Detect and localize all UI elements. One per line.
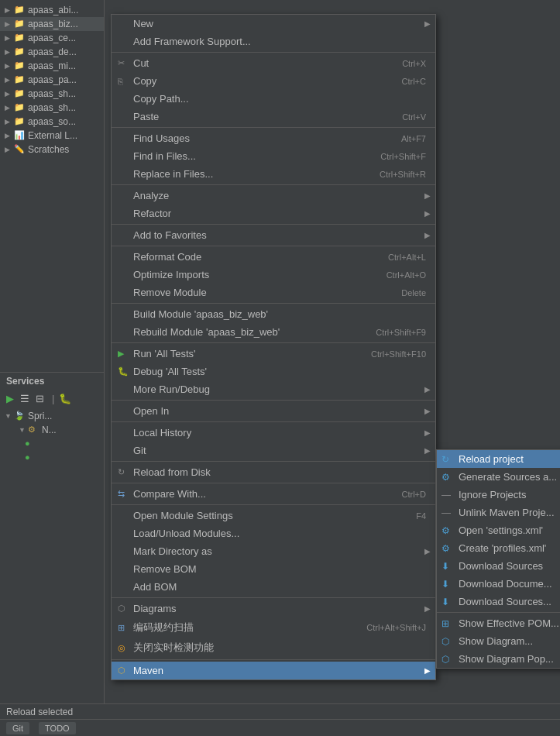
menu-item-remove-module[interactable]: Remove Module Delete [112, 284, 435, 301]
menu-item-mark-directory[interactable]: Mark Directory as ▶ [112, 542, 435, 560]
menu-item-open-in[interactable]: Open In ▶ [112, 402, 435, 420]
menu-label: Copy Path... [133, 93, 189, 105]
tree-item-apaas-biz[interactable]: ▶ 📁 apaas_biz... [0, 17, 104, 31]
submenu-item-download-documents[interactable]: ⬇ Download Docume... [437, 575, 560, 593]
tree-item-external-lib[interactable]: ▶ 📊 External L... [0, 129, 104, 143]
menu-item-load-unload-modules[interactable]: Load/Unload Modules... [112, 524, 435, 542]
menu-item-find-in-files[interactable]: Find in Files... Ctrl+Shift+F [112, 147, 435, 165]
debug-button[interactable]: 🐛 [57, 392, 73, 405]
menu-item-replace-in-files[interactable]: Replace in Files... Ctrl+Shift+R [112, 165, 435, 183]
submenu-item-ignore-projects[interactable]: — Ignore Projects [437, 486, 560, 504]
tree-arrow: ▼ [19, 426, 26, 434]
encode-icon: ⊞ [118, 623, 125, 633]
menu-divider [112, 597, 435, 598]
menu-label: More Run/Debug [133, 383, 210, 395]
menu-item-copy[interactable]: ⎘ Copy Ctrl+C [112, 72, 435, 90]
services-panel: Services ▶ ☰ ⊟ | 🐛 ▼ 🍃 Spri... ▼ ⚙ N... … [0, 372, 105, 466]
submenu-item-create-profiles-xml[interactable]: ⚙ Create 'profiles.xml' [437, 539, 560, 557]
tree-item-apaas-abi[interactable]: ▶ 📁 apaas_abi... [0, 3, 104, 17]
menu-divider [112, 659, 435, 660]
menu-item-reformat[interactable]: Reformat Code Ctrl+Alt+L [112, 248, 435, 266]
tree-item-apaas-de[interactable]: ▶ 📁 apaas_de... [0, 45, 104, 59]
tree-arrow: ▶ [5, 118, 12, 126]
submenu-item-show-diagram[interactable]: ⬡ Show Diagram... [437, 632, 560, 650]
menu-item-cut[interactable]: ✂ Cut Ctrl+X [112, 54, 435, 72]
menu-item-find-usages[interactable]: Find Usages Alt+F7 [112, 129, 435, 147]
menu-label: Find Usages [133, 132, 190, 144]
menu-item-add-bom[interactable]: Add BOM [112, 578, 435, 596]
menu-item-add-favorites[interactable]: Add to Favorites ▶ [112, 226, 435, 244]
shortcut-label: Ctrl+Alt+Shift+J [366, 623, 426, 632]
services-header: Services [0, 373, 104, 390]
green-dot-icon: ● [25, 439, 36, 449]
menu-item-new[interactable]: New ▶ [112, 15, 435, 33]
shortcut-label: Ctrl+D [402, 490, 426, 499]
submenu-item-reload-project[interactable]: ↻ Reload project [437, 450, 560, 468]
git-tab[interactable]: Git [6, 722, 29, 734]
menu-item-more-run[interactable]: More Run/Debug ▶ [112, 380, 435, 398]
service-item-green2[interactable]: ● [0, 451, 104, 465]
menu-item-analyze[interactable]: Analyze ▶ [112, 187, 435, 205]
menu-item-refactor[interactable]: Refactor ▶ [112, 205, 435, 222]
diagram-popup-icon: ⬡ [441, 654, 449, 665]
menu-item-debug-tests[interactable]: 🐛 Debug 'All Tests' [112, 363, 435, 380]
submenu-item-open-settings-xml[interactable]: ⚙ Open 'settings.xml' [437, 521, 560, 539]
submenu-item-show-diagram-popup[interactable]: ⬡ Show Diagram Pop... [437, 650, 560, 668]
submenu-arrow-icon: ▶ [424, 231, 431, 239]
menu-label: Add BOM [133, 581, 177, 593]
run-icon: ▶ [118, 349, 124, 359]
menu-item-run-tests[interactable]: ▶ Run 'All Tests' Ctrl+Shift+F10 [112, 345, 435, 363]
service-item-green1[interactable]: ● [0, 437, 104, 451]
submenu-arrow-icon: ▶ [424, 191, 431, 200]
menu-item-copy-path[interactable]: Copy Path... [112, 90, 435, 108]
tree-item-apaas-mi[interactable]: ▶ 📁 apaas_mi... [0, 59, 104, 73]
collapse-button[interactable]: ⊟ [34, 392, 46, 405]
maven-icon: ⬡ [118, 665, 125, 676]
menu-item-compare-with[interactable]: ⇆ Compare With... Ctrl+D [112, 485, 435, 503]
menu-item-remove-bom[interactable]: Remove BOM [112, 560, 435, 578]
menu-item-open-module-settings[interactable]: Open Module Settings F4 [112, 507, 435, 524]
tree-item-scratches[interactable]: ▶ ✏️ Scratches [0, 143, 104, 156]
menu-label: Replace in Files... [133, 168, 213, 180]
menu-item-realtime-scan[interactable]: ◎ 关闭实时检测功能 [112, 638, 435, 658]
submenu-item-generate-sources[interactable]: ⚙ Generate Sources a... [437, 468, 560, 486]
menu-label: 关闭实时检测功能 [133, 641, 214, 655]
menu-item-optimize-imports[interactable]: Optimize Imports Ctrl+Alt+O [112, 266, 435, 284]
menu-item-maven[interactable]: ⬡ Maven ▶ [112, 662, 435, 679]
menu-item-reload-from-disk[interactable]: ↻ Reload from Disk [112, 463, 435, 481]
menu-divider [112, 127, 435, 128]
tree-item-apaas-sh2[interactable]: ▶ 📁 apaas_sh... [0, 101, 104, 115]
submenu-item-download-sources[interactable]: ⬇ Download Sources [437, 557, 560, 575]
menu-item-add-framework[interactable]: Add Framework Support... [112, 33, 435, 50]
todo-tab[interactable]: TODO [39, 722, 76, 734]
menu-item-encode-scan[interactable]: ⊞ 编码规约扫描 Ctrl+Alt+Shift+J [112, 617, 435, 638]
project-tree: ▶ 📁 apaas_abi... ▶ 📁 apaas_biz... ▶ 📁 ap… [0, 0, 104, 160]
submenu-item-download-sources2[interactable]: ⬇ Download Sources... [437, 593, 560, 610]
menu-item-rebuild-module[interactable]: Rebuild Module 'apaas_biz_web' Ctrl+Shif… [112, 323, 435, 341]
menu-item-local-history[interactable]: Local History ▶ [112, 424, 435, 442]
submenu-label: Show Diagram... [459, 635, 533, 647]
run-button[interactable]: ▶ [5, 392, 15, 405]
menu-label: Git [133, 445, 146, 456]
menu-item-diagrams[interactable]: ⬡ Diagrams ▶ [112, 600, 435, 617]
submenu-label: Show Effective POM... [459, 617, 559, 629]
tree-item-apaas-so[interactable]: ▶ 📁 apaas_so... [0, 115, 104, 129]
tree-item-apaas-sh1[interactable]: ▶ 📁 apaas_sh... [0, 87, 104, 101]
service-item-n[interactable]: ▼ ⚙ N... [0, 423, 104, 437]
submenu-item-unlink-maven[interactable]: — Unlink Maven Proje... [437, 504, 560, 521]
menu-item-build-module[interactable]: Build Module 'apaas_biz_web' [112, 305, 435, 323]
shortcut-label: Alt+F7 [401, 134, 426, 143]
tree-item-apaas-pa[interactable]: ▶ 📁 apaas_pa... [0, 73, 104, 87]
submenu-item-effective-pom[interactable]: ⊞ Show Effective POM... [437, 614, 560, 632]
status-bar: Git TODO [0, 719, 560, 736]
tree-label: Scratches [28, 144, 69, 155]
tree-item-apaas-ce[interactable]: ▶ 📁 apaas_ce... [0, 31, 104, 45]
tree-arrow: ▶ [5, 48, 12, 56]
menu-label: Remove Module [133, 287, 207, 298]
list-button[interactable]: ☰ [19, 392, 31, 405]
shortcut-label: F4 [416, 511, 426, 521]
service-item-spring[interactable]: ▼ 🍃 Spri... [0, 409, 104, 423]
menu-item-git[interactable]: Git ▶ [112, 442, 435, 459]
tree-arrow: ▶ [5, 62, 12, 70]
menu-item-paste[interactable]: Paste Ctrl+V [112, 108, 435, 126]
